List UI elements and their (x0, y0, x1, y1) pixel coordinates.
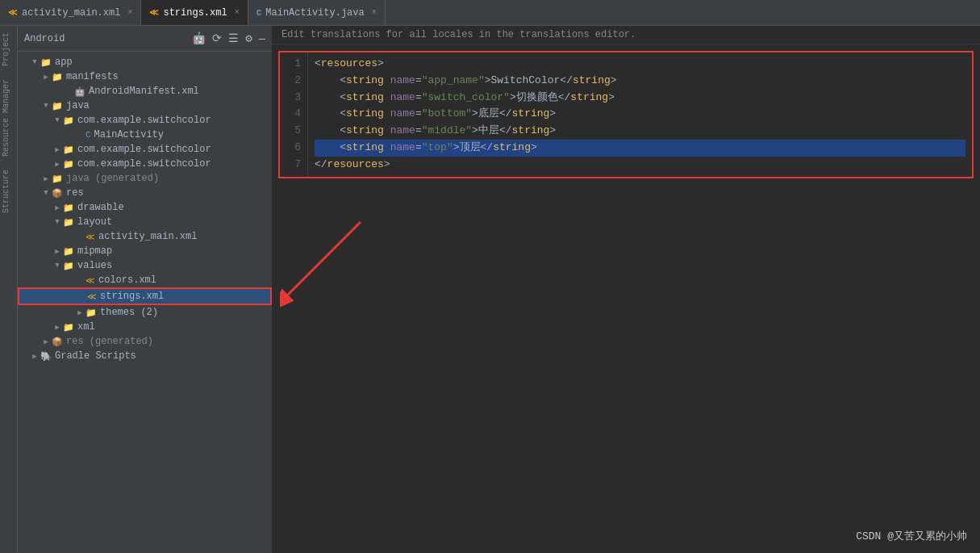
xml-icon-colors: ≪ (85, 275, 95, 286)
tab-close-strings[interactable]: × (235, 8, 240, 17)
folder-icon-xml: 📁 (63, 322, 74, 333)
bracket: > (611, 74, 617, 86)
tree-item-android-manifest[interactable]: 🤖 AndroidManifest.xml (18, 84, 272, 98)
code-lines[interactable]: <resources> <string name="app_name">Swit… (308, 52, 972, 177)
android-icon[interactable]: 🤖 (192, 31, 206, 45)
tree-item-layout[interactable]: 📁 layout (18, 215, 272, 229)
code-line-2: <string name="app_name">SwitchColor</str… (315, 73, 965, 90)
tree-item-manifests[interactable]: 📁 manifests (18, 69, 272, 84)
arrow-values (52, 262, 63, 270)
bracket: </ (481, 141, 494, 153)
tree-item-values[interactable]: 📁 values (18, 258, 272, 273)
side-label-project[interactable]: Project (0, 26, 17, 73)
arrow-gradle (29, 352, 40, 361)
tag-string-close: string (570, 91, 608, 103)
arrow-res-gen (40, 337, 52, 346)
tree-item-res-gen[interactable]: 📦 res (generated) (18, 334, 272, 349)
code-container: 1 2 3 4 5 6 7 <resources> <string name="… (278, 51, 974, 178)
code-line-5: <string name="middle">中层</string> (315, 123, 965, 140)
bracket: > (485, 74, 491, 86)
line-numbers: 1 2 3 4 5 6 7 (280, 52, 308, 177)
tree-item-java-gen[interactable]: 📁 java (generated) (18, 171, 272, 186)
bracket: > (549, 107, 556, 119)
attr-name: name (390, 107, 415, 119)
red-arrow (280, 214, 377, 311)
tab-label-java: MainActivity.java (265, 7, 364, 19)
label-colors-xml: colors.xml (98, 274, 156, 286)
tag-string: string (346, 124, 384, 136)
bracket: < (340, 74, 346, 86)
bracket: > (531, 141, 537, 153)
attr-value: "app_name" (422, 74, 485, 86)
settings-icon[interactable]: ⚙ (245, 31, 252, 45)
tree-item-com1[interactable]: 📁 com.example.switchcolor (18, 113, 272, 128)
list-icon[interactable]: ☰ (228, 31, 239, 45)
side-labels: Project Resource Manager Structure (0, 26, 18, 553)
arrow-xml (52, 323, 63, 332)
label-strings-xml: strings.xml (100, 291, 164, 302)
label-values: values (77, 260, 112, 271)
tree-item-mipmap[interactable]: 📁 mipmap (18, 244, 272, 258)
arrow-drawable (52, 203, 63, 212)
folder-icon-drawable: 📁 (63, 203, 74, 213)
label-res: res (66, 187, 84, 199)
bracket: > (510, 91, 516, 103)
folder-icon-values: 📁 (63, 261, 74, 271)
tree-item-app[interactable]: 📁 app (18, 55, 272, 69)
attr-name: name (390, 124, 415, 136)
tree-item-com2[interactable]: 📁 com.example.switchcolor (18, 142, 272, 157)
attr-name: name (390, 91, 415, 103)
main-layout: Project Resource Manager Structure Andro… (0, 26, 980, 553)
text-content: 切换颜色 (516, 91, 558, 103)
bracket: </ (499, 107, 512, 119)
tree-item-drawable[interactable]: 📁 drawable (18, 200, 272, 215)
tree-item-activity-main-xml[interactable]: ≪ activity_main.xml (18, 229, 272, 244)
tree-item-res[interactable]: 📦 res (18, 186, 272, 200)
label-mainactivity: MainActivity (94, 129, 164, 140)
attr-value: "middle" (422, 124, 472, 136)
minimize-icon[interactable]: — (259, 32, 265, 45)
bracket: < (340, 124, 346, 136)
bracket: > (472, 124, 478, 136)
side-label-structure[interactable]: Structure (0, 163, 17, 220)
bracket: </ (499, 124, 512, 136)
res-gen-icon: 📦 (52, 337, 63, 347)
tree-item-strings-xml[interactable]: ≪ strings.xml (18, 287, 272, 305)
line-num-3: 3 (286, 90, 301, 107)
project-title: Android (24, 33, 186, 44)
editor-content[interactable]: 1 2 3 4 5 6 7 <resources> <string name="… (272, 44, 980, 553)
label-gradle: Gradle Scripts (55, 350, 136, 362)
text-content: 顶层 (460, 141, 481, 153)
side-label-resource-manager[interactable]: Resource Manager (0, 73, 17, 163)
tab-close-java[interactable]: × (372, 8, 377, 17)
tree-item-colors-xml[interactable]: ≪ colors.xml (18, 273, 272, 287)
line-num-6: 6 (286, 140, 301, 157)
tree-item-gradle[interactable]: 🐘 Gradle Scripts (18, 349, 272, 363)
watermark: CSDN @又苦又累的小帅 (856, 529, 967, 543)
tab-mainactivity[interactable]: C MainActivity.java × (248, 0, 386, 25)
tree-item-themes[interactable]: 📁 themes (2) (18, 305, 272, 320)
editor-hint: Edit translations for all locales in the… (272, 26, 980, 44)
tag-string: string (346, 74, 384, 86)
bracket: < (340, 107, 346, 119)
arrow-app (29, 58, 40, 66)
tree-item-java[interactable]: 📁 java (18, 98, 272, 113)
project-tree: 📁 app 📁 manifests 🤖 AndroidManifest.xml (18, 52, 272, 553)
tab-close-activity-main[interactable]: × (127, 8, 132, 17)
bracket: </ (315, 158, 327, 170)
tag-string: string (346, 107, 384, 119)
label-layout: layout (77, 216, 112, 228)
code-line-4: <string name="bottom">底层</string> (315, 106, 965, 123)
tab-activity-main[interactable]: ≪ activity_main.xml × (0, 0, 141, 25)
bracket: > (472, 107, 478, 119)
tree-item-xml[interactable]: 📁 xml (18, 320, 272, 334)
tab-strings[interactable]: ≪ strings.xml × (141, 0, 248, 25)
tree-item-mainactivity[interactable]: C MainActivity (18, 128, 272, 142)
folder-icon-com1: 📁 (63, 115, 74, 126)
label-com3: com.example.switchcolor (77, 158, 211, 170)
bracket: > (608, 91, 615, 103)
tag-string: string (346, 141, 384, 153)
sync-icon[interactable]: ⟳ (212, 31, 222, 45)
tag-string: string (346, 91, 384, 103)
tree-item-com3[interactable]: 📁 com.example.switchcolor (18, 157, 272, 171)
